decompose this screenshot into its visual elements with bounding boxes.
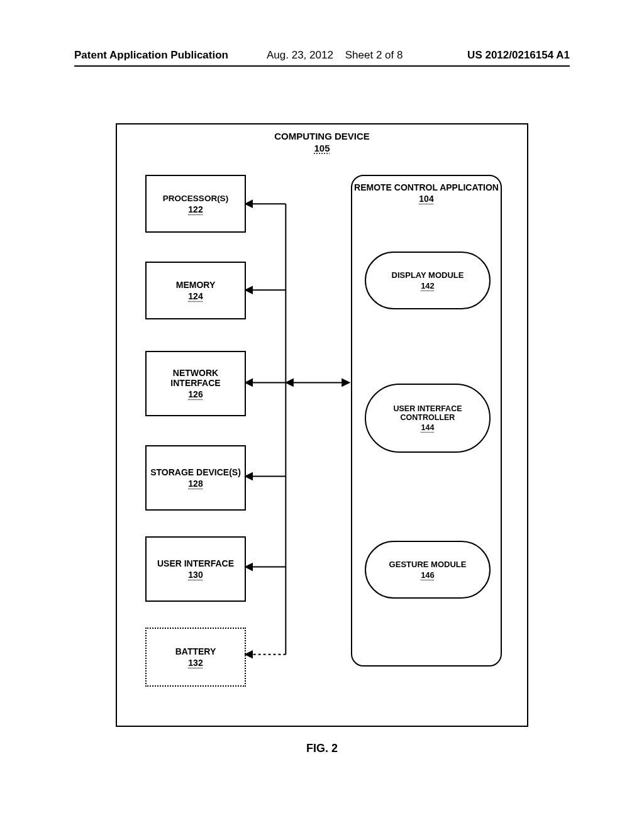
app-title: REMOTE CONTROL APPLICATION 104 <box>352 182 501 204</box>
remote-control-app-box: REMOTE CONTROL APPLICATION 104 DISPLAY M… <box>351 175 502 667</box>
header-left: Patent Application Publication <box>74 49 228 62</box>
processor-ref: 122 <box>188 204 203 214</box>
header-right: US 2012/0216154 A1 <box>467 49 570 62</box>
figure-caption: FIG. 2 <box>0 742 644 755</box>
memory-ref: 124 <box>188 291 203 301</box>
processor-label: PROCESSOR(S) <box>163 194 228 203</box>
app-ref: 104 <box>352 194 501 204</box>
uic-ref: 144 <box>421 423 435 432</box>
gesture-label: GESTURE MODULE <box>389 560 467 569</box>
header-rule <box>74 65 570 67</box>
gesture-module: GESTURE MODULE 146 <box>365 541 491 599</box>
header-sheet: Sheet 2 of 8 <box>345 49 403 61</box>
memory-box: MEMORY 124 <box>145 262 246 319</box>
display-module-ref: 142 <box>421 281 435 290</box>
ui-ref: 130 <box>188 570 203 580</box>
user-interface-box: USER INTERFACE 130 <box>145 536 246 602</box>
container-ref: 105 <box>117 143 527 153</box>
storage-label: STORAGE DEVICE(S) <box>150 467 241 477</box>
container-title: COMPUTING DEVICE 105 <box>117 131 527 153</box>
uic-label: USER INTERFACE CONTROLLER <box>372 404 483 422</box>
page: Patent Application Publication Aug. 23, … <box>0 0 644 830</box>
header-date: Aug. 23, 2012 <box>267 49 333 61</box>
network-box: NETWORK INTERFACE 126 <box>145 351 246 416</box>
header-mid: Aug. 23, 2012 Sheet 2 of 8 <box>267 49 402 62</box>
memory-label: MEMORY <box>176 280 215 290</box>
network-ref: 126 <box>188 389 203 399</box>
battery-ref: 132 <box>188 658 203 668</box>
ui-label: USER INTERFACE <box>157 558 234 568</box>
storage-box: STORAGE DEVICE(S) 128 <box>145 445 246 511</box>
app-title-label: REMOTE CONTROL APPLICATION <box>354 182 499 192</box>
network-label: NETWORK INTERFACE <box>150 368 241 388</box>
processor-box: PROCESSOR(S) 122 <box>145 175 246 233</box>
ui-controller-module: USER INTERFACE CONTROLLER 144 <box>365 384 491 453</box>
battery-box: BATTERY 132 <box>145 628 246 687</box>
computing-device-box: COMPUTING DEVICE 105 PROCESSOR(S) 122 ME… <box>116 123 528 727</box>
display-module-label: DISPLAY MODULE <box>392 270 464 280</box>
display-module: DISPLAY MODULE 142 <box>365 252 491 309</box>
gesture-ref: 146 <box>421 570 435 580</box>
storage-ref: 128 <box>188 479 203 489</box>
container-title-label: COMPUTING DEVICE <box>274 131 370 141</box>
battery-label: BATTERY <box>175 646 216 656</box>
